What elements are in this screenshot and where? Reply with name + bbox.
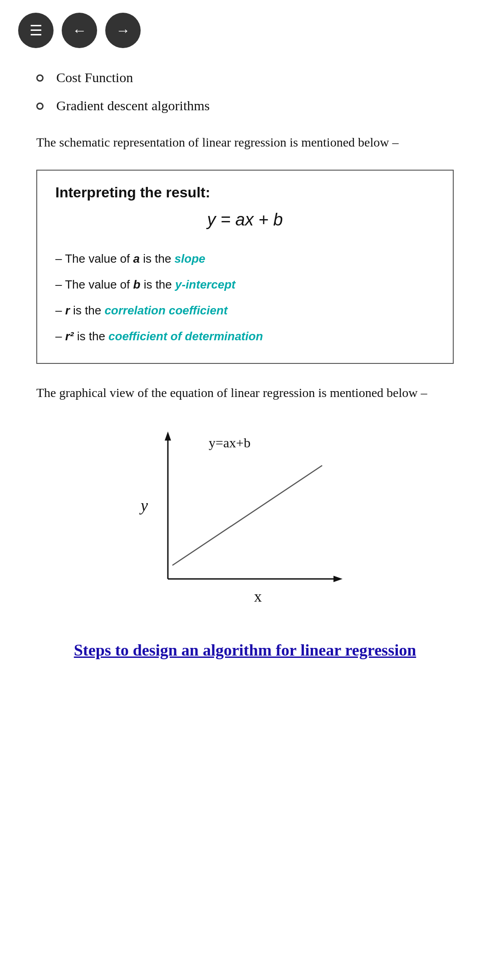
interp-title: Interpreting the result: [55, 184, 435, 201]
interp-line-3: r is the correlation coefficient [55, 298, 435, 323]
svg-text:x: x [254, 588, 262, 605]
steps-link[interactable]: Steps to design an algorithm for linear … [74, 641, 416, 659]
forward-button[interactable]: → [105, 13, 141, 48]
interp-line-4: r² is the coefficient of determination [55, 323, 435, 349]
bullet-list: Cost Function Gradient descent algorithm… [36, 70, 454, 113]
graph-svg: y x y=ax+b [132, 420, 358, 611]
list-item-text: Gradient descent algorithms [56, 98, 210, 113]
top-bar: ☰ ← → [0, 0, 490, 61]
bullet-icon [36, 74, 44, 82]
interp-line-2: The value of b is the y-intercept [55, 272, 435, 298]
paragraph-1: The schematic representation of linear r… [36, 132, 454, 153]
menu-button[interactable]: ☰ [18, 13, 54, 48]
interp-equation: y = ax + b [55, 210, 435, 230]
svg-text:y: y [139, 496, 148, 514]
main-content: Cost Function Gradient descent algorithm… [0, 61, 490, 690]
forward-icon: → [116, 22, 130, 39]
interp-lines: The value of a is the slope The value of… [55, 246, 435, 350]
svg-marker-6 [165, 431, 171, 441]
menu-icon: ☰ [29, 22, 43, 39]
list-item: Gradient descent algorithms [36, 98, 454, 113]
back-button[interactable]: ← [62, 13, 97, 48]
list-item: Cost Function [36, 70, 454, 85]
svg-marker-7 [333, 576, 343, 582]
back-icon: ← [72, 22, 87, 39]
svg-text:y=ax+b: y=ax+b [209, 435, 250, 450]
list-item-text: Cost Function [56, 70, 133, 85]
interp-line-1: The value of a is the slope [55, 246, 435, 272]
steps-heading[interactable]: Steps to design an algorithm for linear … [36, 638, 454, 662]
paragraph-2: The graphical view of the equation of li… [36, 382, 454, 404]
svg-line-5 [172, 466, 322, 565]
bullet-icon [36, 103, 44, 110]
interpreting-image: Interpreting the result: y = ax + b The … [36, 170, 454, 364]
graph-image: y x y=ax+b [36, 420, 454, 611]
